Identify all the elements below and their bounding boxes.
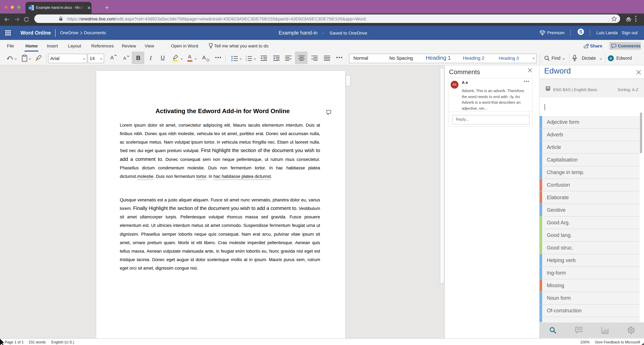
- svg-text:S: S: [579, 29, 582, 34]
- svg-text:w: w: [28, 6, 31, 9]
- svg-text:3: 3: [246, 59, 247, 62]
